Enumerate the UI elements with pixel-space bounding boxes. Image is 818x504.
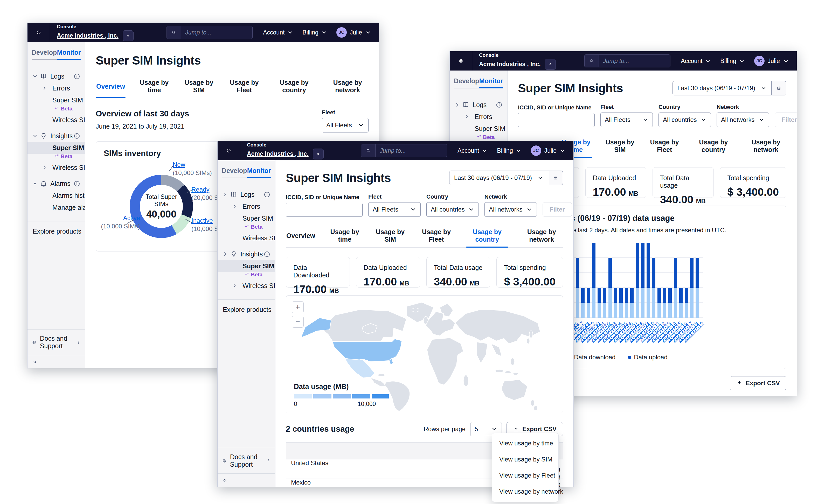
map-zoom-in-button[interactable]: + bbox=[292, 301, 304, 313]
tab[interactable]: Usage by SIM bbox=[374, 226, 407, 247]
sidebar-collapse-button[interactable] bbox=[27, 355, 85, 368]
tab[interactable]: Usage by network bbox=[520, 226, 563, 247]
tab[interactable]: Usage by SIM bbox=[183, 76, 215, 98]
bar-2021-07-12[interactable]: 2021-07-12 bbox=[658, 243, 661, 318]
sidebar-item[interactable]: Beta bbox=[27, 152, 85, 160]
sidebar-env-tab[interactable]: Develop bbox=[32, 49, 57, 60]
tab[interactable]: Overview bbox=[96, 76, 125, 98]
fleet-select[interactable]: All Fleets bbox=[322, 118, 368, 132]
date-range-select[interactable]: Last 30 days (06/19 - 07/19) bbox=[449, 171, 563, 185]
jump-to-search[interactable]: Jump to... bbox=[584, 54, 670, 67]
sidebar-item[interactable]: Wireless SIM bbox=[27, 114, 85, 126]
twilio-logo[interactable] bbox=[27, 23, 50, 42]
fleet-select[interactable]: All Fleets bbox=[368, 202, 421, 217]
account-switcher[interactable]: Acme Industries , Inc. bbox=[247, 150, 309, 157]
bar-2021-06-30[interactable]: 2021-06-30 bbox=[592, 243, 596, 318]
bar-2021-07-08[interactable]: 2021-07-08 bbox=[636, 243, 639, 318]
donut-segment-link[interactable]: New bbox=[173, 161, 185, 168]
info-icon[interactable] bbox=[73, 132, 80, 139]
sidebar-item[interactable]: Beta bbox=[218, 270, 275, 279]
sidebar-item[interactable]: Logs bbox=[27, 70, 85, 82]
sidebar-item[interactable]: Wireless SIM bbox=[27, 162, 85, 173]
calendar-button[interactable] bbox=[772, 81, 786, 95]
iccid-input[interactable] bbox=[286, 203, 362, 217]
twilio-logo[interactable] bbox=[450, 51, 472, 71]
tab[interactable]: Usage by Fleet bbox=[227, 76, 262, 98]
sidebar-item[interactable]: Manage alarms bbox=[27, 201, 85, 213]
sidebar-item[interactable]: Insights bbox=[218, 248, 275, 260]
bar-2021-07-01[interactable]: 2021-07-01 bbox=[598, 243, 601, 318]
account-stepper-button[interactable] bbox=[545, 59, 556, 70]
bar-2021-06-28[interactable]: 2021-06-28 bbox=[581, 243, 585, 318]
sidebar-env-tab[interactable]: Monitor bbox=[57, 49, 81, 60]
tab[interactable]: Usage by country bbox=[274, 76, 315, 98]
bar-2021-07-13[interactable]: 2021-07-13 bbox=[663, 243, 666, 318]
jump-to-search[interactable]: Jump to... bbox=[361, 144, 447, 157]
kebab-icon[interactable] bbox=[76, 339, 80, 346]
info-icon[interactable] bbox=[73, 180, 80, 187]
docs-and-support[interactable]: Docs and Support bbox=[27, 330, 85, 355]
bar-2021-07-10[interactable]: 2021-07-10 bbox=[647, 243, 650, 318]
sidebar-item[interactable]: Beta bbox=[218, 223, 275, 231]
account-stepper-button[interactable] bbox=[123, 30, 134, 41]
bar-2021-06-29[interactable]: 2021-06-29 bbox=[587, 243, 590, 318]
account-menu[interactable]: Account bbox=[458, 141, 488, 160]
context-menu-item[interactable]: View usage by time bbox=[492, 435, 558, 451]
bar-2021-07-03[interactable]: 2021-07-03 bbox=[609, 243, 612, 318]
kebab-icon[interactable] bbox=[266, 458, 270, 464]
calendar-button[interactable] bbox=[548, 171, 563, 185]
twilio-logo[interactable] bbox=[218, 141, 240, 160]
sidebar-item[interactable]: Logs bbox=[450, 99, 507, 111]
sidebar-item[interactable]: Logs bbox=[218, 188, 275, 200]
sidebar-env-tab[interactable]: Develop bbox=[454, 77, 479, 88]
bar-2021-07-02[interactable]: 2021-07-02 bbox=[603, 243, 606, 318]
sidebar-item[interactable]: Insights bbox=[27, 130, 85, 142]
billing-menu[interactable]: Billing bbox=[720, 51, 745, 71]
bar-2021-07-15[interactable]: 2021-07-15 bbox=[674, 243, 677, 318]
user-menu[interactable]: JC Julie bbox=[754, 51, 789, 71]
context-menu-item[interactable]: View usage by SIM bbox=[492, 451, 558, 467]
sidebar-item[interactable]: Wireless SIM bbox=[218, 232, 275, 244]
country-select[interactable]: All countries bbox=[659, 113, 711, 127]
billing-menu[interactable]: Billing bbox=[497, 141, 521, 160]
sidebar-item[interactable]: Errors bbox=[450, 111, 507, 123]
sidebar-item[interactable]: Beta bbox=[27, 104, 85, 113]
donut-segment-link[interactable]: Active bbox=[123, 214, 140, 221]
map-zoom-out-button[interactable]: − bbox=[292, 316, 304, 328]
tab[interactable]: Usage by country bbox=[694, 136, 734, 158]
iccid-input[interactable] bbox=[518, 113, 595, 127]
bar-2021-07-11[interactable]: 2021-07-11 bbox=[652, 243, 655, 318]
account-menu[interactable]: Account bbox=[263, 23, 293, 42]
info-icon[interactable] bbox=[73, 73, 80, 80]
account-stepper-button[interactable] bbox=[313, 149, 324, 159]
jump-to-search[interactable]: Jump to... bbox=[166, 26, 253, 39]
network-select[interactable]: All networks bbox=[485, 202, 537, 217]
info-icon[interactable] bbox=[263, 251, 270, 258]
sidebar-item[interactable]: Errors bbox=[27, 82, 85, 94]
sidebar-item[interactable]: Alarms bbox=[27, 178, 85, 190]
donut-segment-link[interactable]: Ready bbox=[191, 186, 209, 193]
sidebar-collapse-button[interactable] bbox=[218, 473, 275, 487]
bar-2021-07-07[interactable]: 2021-07-07 bbox=[630, 243, 634, 318]
bar-2021-07-14[interactable]: 2021-07-14 bbox=[668, 243, 672, 318]
account-menu[interactable]: Account bbox=[681, 51, 711, 71]
sidebar-item[interactable]: Errors bbox=[218, 200, 275, 212]
account-switcher[interactable]: Acme Industries , Inc. bbox=[57, 32, 118, 39]
tab[interactable]: Usage by time bbox=[137, 76, 171, 98]
export-csv-button[interactable]: Export CSV bbox=[730, 376, 786, 390]
sidebar-item[interactable]: Alarms history bbox=[27, 190, 85, 201]
date-range-select[interactable]: Last 30 days (06/19 - 07/19) bbox=[673, 81, 786, 95]
info-icon[interactable] bbox=[263, 191, 270, 198]
country-select[interactable]: All countries bbox=[427, 202, 479, 217]
tab[interactable]: Usage by SIM bbox=[604, 136, 636, 158]
bar-2021-07-18[interactable]: 2021-07-18 bbox=[690, 243, 694, 318]
tab[interactable]: Usage by Fleet bbox=[419, 226, 454, 247]
sidebar-item[interactable]: Explore products bbox=[218, 299, 275, 316]
donut-segment-link[interactable]: Inactive bbox=[191, 217, 213, 224]
sidebar-env-tab[interactable]: Develop bbox=[222, 167, 247, 178]
fleet-select[interactable]: All Fleets bbox=[600, 113, 653, 127]
bar-2021-07-06[interactable]: 2021-07-06 bbox=[625, 243, 628, 318]
bar-2021-07-04[interactable]: 2021-07-04 bbox=[614, 243, 617, 318]
bar-2021-07-17[interactable]: 2021-07-17 bbox=[685, 243, 688, 318]
sidebar-env-tab[interactable]: Monitor bbox=[479, 77, 503, 88]
